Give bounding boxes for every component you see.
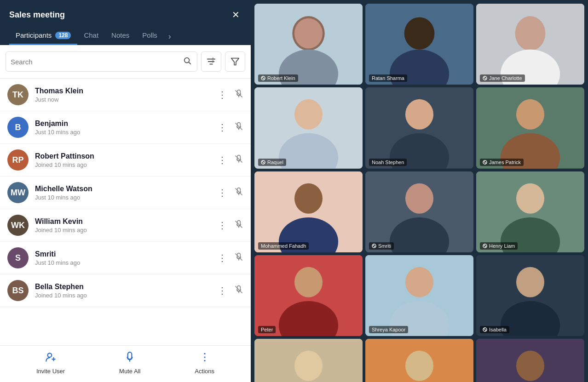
list-item: TK Thomas Klein Just now ⋮: [0, 79, 251, 111]
video-tile-inner: [254, 87, 363, 168]
svg-point-46: [405, 99, 433, 130]
video-tile: Robert Klein: [254, 4, 363, 85]
sort-icon: A Z: [206, 57, 216, 67]
svg-point-41: [294, 99, 323, 130]
video-tile: Ratan Sharma: [365, 4, 473, 85]
bottom-bar: Invite User Mute All Actions: [0, 345, 251, 382]
tabs-row: Participants 128 Chat Notes Polls ›: [9, 28, 242, 45]
avatar: MW: [7, 182, 29, 203]
avatar: BS: [7, 280, 29, 301]
svg-line-31: [262, 77, 265, 80]
tile-name: Peter: [261, 327, 273, 332]
participant-time: Joined 10 mins ago: [35, 161, 209, 168]
participant-name: Smriti: [35, 250, 209, 258]
tile-name: Mohammed Fahadh: [261, 243, 306, 249]
close-button[interactable]: ✕: [230, 8, 242, 21]
participant-more-button[interactable]: ⋮: [216, 251, 229, 264]
search-icon-button[interactable]: [182, 56, 192, 68]
tile-name: Raquel: [267, 160, 283, 165]
mute-icon: [234, 187, 243, 199]
tab-chat[interactable]: Chat: [77, 28, 105, 45]
mute-icon: [234, 252, 243, 264]
participant-info: William Kevin Joined 10 mins ago: [35, 217, 209, 234]
tile-name: Isabella: [489, 327, 507, 332]
search-input-wrap: [6, 51, 197, 72]
svg-point-84: [516, 351, 544, 381]
participant-more-button[interactable]: ⋮: [216, 219, 229, 232]
right-panel: Robert Klein Ratan Sharma: [251, 0, 588, 382]
actions-label: Actions: [195, 368, 214, 375]
svg-point-70: [405, 267, 433, 297]
search-input[interactable]: [11, 53, 179, 70]
video-tile-inner: [365, 339, 473, 382]
tab-notes[interactable]: Notes: [105, 28, 136, 45]
participant-time: Just now: [35, 96, 209, 103]
sort-button[interactable]: A Z: [201, 51, 221, 72]
svg-point-67: [294, 267, 323, 297]
list-item: BS Bella Stephen Joined 10 mins ago ⋮: [0, 274, 251, 307]
avatar: RP: [7, 149, 29, 171]
list-item: MW Michelle Watson Just 10 mins ago ⋮: [0, 177, 251, 209]
video-tile: Jane Charlotte: [476, 4, 584, 85]
list-item: RP Robert Pattinson Joined 10 mins ago ⋮: [0, 144, 251, 177]
meeting-title: Sales meeting: [9, 10, 65, 20]
filter-icon: [230, 57, 240, 67]
svg-text:Z: Z: [212, 60, 214, 63]
tab-participants-label: Participants: [16, 31, 52, 39]
participant-info: Thomas Klein Just now: [35, 87, 209, 103]
video-tile-inner: [365, 171, 473, 252]
participant-more-button[interactable]: ⋮: [216, 121, 229, 134]
tab-participants[interactable]: Participants 128: [9, 28, 77, 45]
participants-list: TK Thomas Klein Just now ⋮: [0, 79, 251, 345]
svg-point-25: [204, 360, 205, 361]
video-tile-inner: [476, 171, 584, 252]
invite-user-icon: [45, 351, 57, 366]
tile-label: Shreya Kapoor: [369, 326, 408, 333]
participant-name: Bella Stephen: [35, 283, 209, 291]
search-row: A Z: [0, 45, 251, 79]
participant-name: Benjamin: [35, 120, 209, 128]
participant-info: Smriti Just 10 mins ago: [35, 250, 209, 266]
video-tile-inner: [476, 339, 584, 382]
tile-name: Shreya Kapoor: [372, 327, 405, 332]
tile-name: Smriti: [378, 243, 391, 249]
actions-button[interactable]: Actions: [195, 351, 214, 375]
participant-actions: ⋮: [216, 251, 243, 264]
avatar: TK: [7, 84, 29, 105]
svg-line-52: [484, 161, 486, 164]
video-tile: [476, 339, 584, 382]
participant-more-button[interactable]: ⋮: [216, 88, 229, 101]
svg-point-23: [204, 353, 205, 354]
tile-label: Isabella: [480, 326, 509, 333]
avatar: B: [7, 117, 29, 138]
video-tile-inner: [254, 339, 363, 382]
tabs-more-icon[interactable]: ›: [164, 28, 176, 45]
video-tile-inner: [365, 87, 473, 168]
tile-label: Mohammed Fahadh: [258, 242, 309, 250]
tile-name: James Patrick: [489, 160, 521, 165]
tile-name: Henry Liam: [489, 243, 515, 249]
tile-name: Ratan Sharma: [372, 75, 404, 81]
invite-user-button[interactable]: Invite User: [36, 351, 65, 375]
tab-chat-label: Chat: [84, 31, 98, 39]
tile-label: James Patrick: [480, 159, 524, 166]
video-tile: Peter: [254, 255, 363, 336]
participant-name: Thomas Klein: [35, 87, 209, 95]
participant-actions: ⋮: [216, 284, 243, 297]
mute-all-button[interactable]: Mute All: [119, 351, 140, 375]
tab-polls[interactable]: Polls: [136, 28, 164, 45]
svg-marker-4: [231, 58, 239, 65]
avatar: S: [7, 247, 29, 268]
tile-name: Noah Stephen: [372, 160, 404, 165]
participant-more-button[interactable]: ⋮: [216, 284, 229, 297]
filter-button[interactable]: [225, 51, 245, 72]
video-tile: Raquel: [254, 87, 363, 168]
mute-icon: [234, 220, 243, 231]
tile-label: Henry Liam: [480, 242, 518, 250]
tile-label: Jane Charlotte: [480, 74, 525, 82]
participant-more-button[interactable]: ⋮: [216, 154, 229, 166]
mute-icon: [234, 154, 243, 166]
mute-icon: [234, 122, 243, 133]
participant-name: Robert Pattinson: [35, 152, 209, 160]
participant-more-button[interactable]: ⋮: [216, 186, 229, 199]
